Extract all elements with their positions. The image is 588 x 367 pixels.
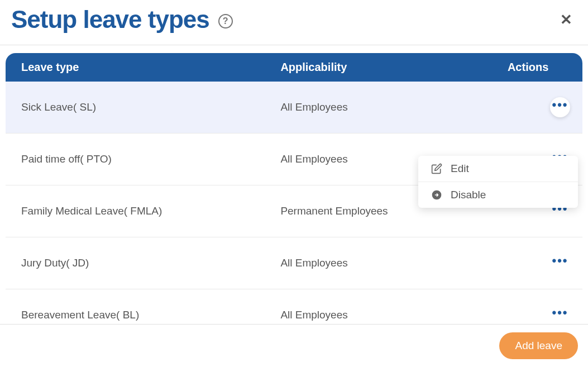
- cell-leave-type: Paid time off( PTO): [6, 134, 265, 185]
- table-container: Leave type Applicability Actions Sick Le…: [0, 45, 588, 346]
- table-header-row: Leave type Applicability Actions: [6, 53, 582, 82]
- actions-dropdown: Edit Disable: [418, 156, 578, 208]
- cell-leave-type: Jury Duty( JD): [6, 237, 265, 289]
- title-wrap: Setup leave types ?: [11, 6, 233, 34]
- cell-leave-type: Family Medical Leave( FMLA): [6, 185, 265, 237]
- column-actions: Actions: [474, 53, 582, 82]
- cell-actions: •••: [474, 237, 582, 289]
- cell-actions: •••: [474, 82, 582, 134]
- dropdown-item-disable[interactable]: Disable: [418, 182, 578, 208]
- cell-leave-type: Sick Leave( SL): [6, 82, 265, 134]
- table-row: Jury Duty( JD) All Employees •••: [6, 237, 582, 289]
- more-actions-button[interactable]: •••: [550, 97, 570, 117]
- cell-applicability: All Employees: [265, 237, 474, 289]
- dropdown-item-label: Disable: [451, 189, 486, 201]
- edit-icon: [431, 163, 443, 175]
- modal-header: Setup leave types ? ✕: [0, 0, 588, 45]
- cell-applicability: All Employees: [265, 82, 474, 134]
- close-icon[interactable]: ✕: [560, 11, 577, 28]
- table-row: Sick Leave( SL) All Employees •••: [6, 82, 582, 134]
- modal-footer: Add leave: [0, 324, 588, 367]
- help-icon[interactable]: ?: [218, 14, 233, 28]
- column-leave-type: Leave type: [6, 53, 265, 82]
- add-leave-button[interactable]: Add leave: [499, 332, 578, 359]
- page-title: Setup leave types: [11, 6, 209, 34]
- dropdown-item-label: Edit: [451, 163, 469, 175]
- column-applicability: Applicability: [265, 53, 474, 82]
- dropdown-item-edit[interactable]: Edit: [418, 156, 578, 182]
- more-actions-button[interactable]: •••: [550, 253, 570, 273]
- disable-icon: [431, 189, 443, 201]
- more-actions-button[interactable]: •••: [550, 305, 570, 325]
